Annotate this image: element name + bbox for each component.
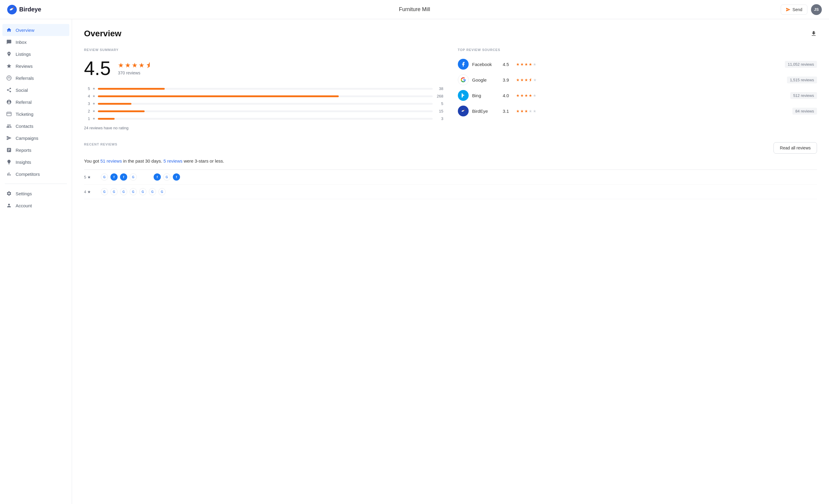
bar-label-3: 3 — [84, 101, 90, 106]
mini-google-icon-2: G — [130, 173, 137, 181]
sidebar-item-listings[interactable]: Listings — [0, 48, 72, 60]
mini-google-icon-5: G — [110, 188, 118, 195]
bar-row-1: 1 ★ 3 — [84, 116, 443, 121]
row-star-5: 5 ★ — [84, 175, 96, 179]
svg-rect-11 — [7, 112, 11, 116]
sidebar-item-overview[interactable]: Overview — [2, 24, 69, 36]
competitors-icon — [6, 171, 12, 177]
no-rating-note: 24 reviews have no rating — [84, 126, 443, 130]
sidebar-label-overview: Overview — [15, 28, 35, 33]
mini-facebook-icon-3: f — [154, 173, 161, 181]
bing-icon — [458, 90, 469, 101]
bar-label-2: 2 — [84, 109, 90, 113]
sidebar-label-ticketing: Ticketing — [15, 112, 33, 117]
sidebar-label-reports: Reports — [15, 148, 32, 153]
source-row-birdeye: BirdEye 3.1 ★★★★★ 84 reviews — [458, 106, 817, 116]
svg-point-3 — [8, 78, 9, 79]
birdeye-source-icon — [458, 106, 469, 116]
svg-line-9 — [8, 90, 10, 91]
sidebar-item-contacts[interactable]: Contacts — [0, 120, 72, 132]
star-icon-5: ★ — [93, 87, 96, 91]
two-column-section: REVIEW SUMMARY 4.5 ★ ★ ★ ★ ⯨ 370 reviews — [84, 48, 817, 130]
mini-google-icon-7: G — [130, 188, 137, 195]
review-source-icons-4: G G G G G G G — [101, 188, 817, 195]
source-stars-google: ★★★⯨★ — [516, 78, 537, 82]
send-label: Send — [792, 7, 802, 12]
star-3: ★ — [132, 62, 138, 69]
star-5: ⯨ — [146, 62, 152, 69]
bar-track-4 — [98, 96, 433, 97]
svg-point-5 — [9, 77, 10, 78]
gap — [139, 173, 151, 181]
source-name-facebook: Facebook — [472, 62, 499, 67]
rating-right: ★ ★ ★ ★ ⯨ 370 reviews — [118, 62, 152, 75]
sidebar-label-settings: Settings — [15, 191, 32, 196]
sidebar-item-referral[interactable]: Referral — [0, 96, 72, 108]
svg-point-8 — [10, 91, 11, 93]
download-icon — [810, 30, 817, 37]
sidebar-item-reports[interactable]: Reports — [0, 144, 72, 156]
logo-text: Birdeye — [19, 6, 41, 13]
source-rating-google: 3.9 — [503, 77, 512, 82]
source-name-bing: Bing — [472, 93, 499, 98]
send-button[interactable]: Send — [781, 4, 807, 15]
sidebar-label-social: Social — [15, 87, 28, 93]
birdeye-logo-icon — [7, 5, 17, 14]
mini-google-icon-9: G — [149, 188, 156, 195]
svg-marker-12 — [462, 93, 464, 98]
source-badge-birdeye: 84 reviews — [792, 108, 817, 115]
mini-google-icon: G — [101, 173, 108, 181]
total-reviews-link[interactable]: 51 reviews — [101, 158, 122, 164]
campaigns-icon — [6, 135, 12, 141]
bar-track-3 — [98, 103, 433, 105]
review-summary-section: REVIEW SUMMARY 4.5 ★ ★ ★ ★ ⯨ 370 reviews — [84, 48, 443, 130]
social-icon — [6, 87, 12, 93]
sidebar-item-settings[interactable]: Settings — [0, 187, 72, 200]
source-row-facebook: Facebook 4.5 ★★★★★ 11,052 reviews — [458, 59, 817, 70]
send-icon — [786, 7, 791, 12]
svg-point-13 — [464, 110, 464, 111]
sidebar: Overview Inbox Listings Reviews Referral… — [0, 19, 72, 504]
settings-icon — [6, 190, 12, 196]
bar-row-3: 3 ★ 5 — [84, 101, 443, 106]
sidebar-item-reviews[interactable]: Reviews — [0, 60, 72, 72]
sidebar-item-insights[interactable]: Insights — [0, 156, 72, 168]
source-badge-bing: 512 reviews — [790, 92, 817, 99]
table-row-5star: 5 ★ G f f G f G f — [84, 170, 817, 184]
star-1: ★ — [118, 62, 124, 69]
sidebar-item-inbox[interactable]: Inbox — [0, 36, 72, 48]
bar-row-5: 5 ★ 38 — [84, 86, 443, 91]
reviews-icon — [6, 63, 12, 69]
sidebar-label-account: Account — [15, 203, 32, 208]
read-all-button[interactable]: Read all reviews — [773, 142, 817, 154]
bar-count-1: 3 — [435, 116, 443, 121]
sidebar-label-referrals: Referrals — [15, 76, 34, 81]
page-title: Overview — [84, 29, 121, 38]
main-header: Overview — [84, 29, 817, 38]
sidebar-item-ticketing[interactable]: Ticketing — [0, 108, 72, 120]
review-summary-main: 4.5 ★ ★ ★ ★ ⯨ 370 reviews — [84, 59, 443, 78]
subtitle-suffix: were 3-stars or less. — [182, 158, 224, 164]
sidebar-item-social[interactable]: Social — [0, 84, 72, 96]
mini-google-icon-3: G — [163, 173, 171, 181]
download-button[interactable] — [810, 30, 817, 37]
bar-fill-2 — [98, 110, 145, 112]
sidebar-item-referrals[interactable]: Referrals — [0, 72, 72, 84]
sidebar-item-competitors[interactable]: Competitors — [0, 168, 72, 180]
sidebar-label-contacts: Contacts — [15, 123, 33, 129]
sidebar-item-campaigns[interactable]: Campaigns — [0, 132, 72, 144]
listings-icon — [6, 51, 12, 57]
star-icon-2: ★ — [93, 109, 96, 113]
sidebar-item-account[interactable]: Account — [0, 200, 72, 212]
bar-fill-3 — [98, 103, 132, 105]
subtitle-middle: in the past 30 days. — [122, 158, 163, 164]
user-avatar[interactable]: JS — [811, 4, 822, 15]
bar-row-2: 2 ★ 15 — [84, 109, 443, 113]
source-stars-bing: ★★★★★ — [516, 93, 537, 98]
insights-icon — [6, 159, 12, 165]
low-reviews-link[interactable]: 5 reviews — [164, 158, 182, 164]
star-2: ★ — [125, 62, 131, 69]
bar-count-4: 268 — [435, 94, 443, 98]
recent-reviews-section: RECENT REVIEWS Read all reviews You got … — [84, 142, 817, 199]
bar-label-1: 1 — [84, 116, 90, 121]
